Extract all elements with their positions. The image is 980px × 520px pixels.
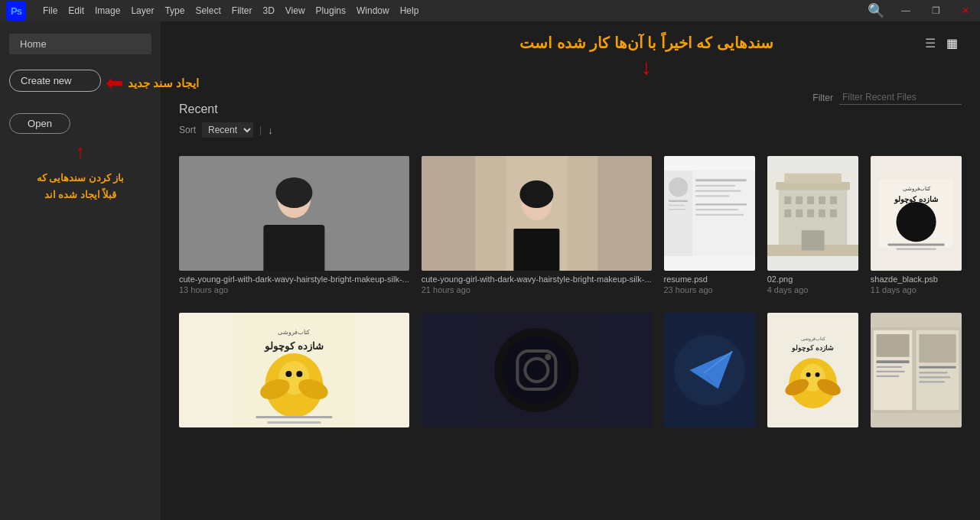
svg-point-73 — [806, 372, 810, 377]
svg-text:شازده کوچولو: شازده کوچولو — [791, 344, 833, 353]
menu-filter[interactable]: Filter — [227, 4, 257, 18]
svg-rect-12 — [695, 185, 734, 187]
file-name: cute-young-girl-with-dark-wavy-hairstyle… — [179, 275, 409, 284]
list-item[interactable]: کتاب‌فروشی شازده کوچولو — [179, 313, 409, 433]
svg-rect-85 — [919, 334, 956, 362]
open-annotation-line1: باز کردن سندهایی که — [37, 172, 125, 184]
list-item[interactable] — [871, 313, 962, 433]
list-item[interactable]: 02.png 4 days ago — [767, 156, 858, 294]
svg-point-59 — [502, 336, 571, 405]
main-layout: Home Create new ⬅ ایجاد سند جدید Open ↑ … — [0, 21, 980, 520]
menu-type[interactable]: Type — [160, 4, 189, 18]
menu-bar: File Edit Image Layer Type Select Filter… — [38, 4, 423, 18]
thumbnail-image — [422, 313, 652, 427]
svg-rect-37 — [784, 174, 841, 184]
thumbnail-image — [179, 156, 409, 271]
svg-rect-26 — [796, 197, 803, 204]
svg-point-62 — [545, 354, 551, 360]
menu-plugins[interactable]: Plugins — [311, 4, 350, 18]
menu-help[interactable]: Help — [396, 4, 424, 18]
thumbnail-image — [664, 313, 755, 427]
svg-rect-19 — [668, 200, 687, 202]
filter-input[interactable] — [839, 90, 962, 105]
thumbnail-preview — [422, 156, 652, 271]
thumbnail-image — [871, 313, 962, 427]
filter-label: Filter — [812, 93, 833, 103]
list-view-button[interactable]: ☰ — [921, 34, 939, 53]
close-button[interactable]: ✕ — [957, 4, 974, 18]
sort-select[interactable]: Recent — [202, 122, 253, 138]
create-new-area: Create new ⬅ ایجاد سند جدید — [9, 70, 151, 92]
sort-area: Sort Recent | ↓ — [179, 122, 962, 138]
svg-text:کتاب‌فروشی: کتاب‌فروشی — [800, 336, 825, 342]
list-item[interactable]: کتاب‌فروشی شازده کوچولو — [767, 313, 858, 433]
grid-view-button[interactable]: ▦ — [943, 34, 962, 53]
thumbnail-image: کتاب‌فروشی شازده کوچولو — [767, 313, 858, 427]
thumbnail-preview: کتاب‌فروشی شازده کوچولو — [179, 313, 409, 427]
home-button[interactable]: Home — [9, 34, 151, 54]
open-button[interactable]: Open — [9, 113, 70, 134]
menu-file[interactable]: File — [38, 4, 62, 18]
minimize-button[interactable]: — — [897, 4, 915, 18]
svg-rect-45 — [896, 248, 936, 249]
svg-rect-35 — [801, 230, 824, 250]
svg-rect-30 — [784, 210, 791, 217]
thumbnail-image — [767, 156, 858, 271]
svg-rect-14 — [695, 195, 729, 197]
svg-point-3 — [275, 177, 312, 208]
svg-rect-88 — [919, 376, 950, 378]
menu-edit[interactable]: Edit — [63, 4, 89, 18]
file-name: cute-young-girl-with-dark-wavy-hairstyle… — [422, 275, 652, 284]
view-controls: ☰ ▦ — [921, 34, 962, 53]
svg-rect-31 — [796, 210, 803, 217]
sort-label: Sort — [179, 125, 196, 135]
svg-rect-84 — [876, 375, 899, 377]
svg-rect-17 — [695, 214, 743, 216]
list-item[interactable] — [422, 313, 652, 433]
svg-rect-87 — [919, 372, 947, 373]
sort-divider: | — [259, 125, 262, 135]
svg-point-8 — [519, 180, 553, 208]
svg-point-52 — [296, 371, 302, 377]
svg-text:کتاب‌فروشی: کتاب‌فروشی — [902, 185, 930, 192]
recent-section: Recent Sort Recent | ↓ — [179, 102, 962, 138]
menu-3d[interactable]: 3D — [258, 4, 278, 18]
svg-point-43 — [902, 206, 930, 238]
svg-rect-21 — [668, 209, 685, 210]
svg-rect-33 — [819, 210, 825, 217]
svg-text:شازده کوچولو: شازده کوچولو — [264, 340, 323, 353]
menu-layer[interactable]: Layer — [126, 4, 158, 18]
list-item[interactable]: cute-young-girl-with-dark-wavy-hairstyle… — [179, 156, 409, 294]
list-item[interactable] — [664, 313, 755, 433]
down-arrow-icon: ↓ — [519, 55, 773, 80]
thumbnail-preview — [664, 313, 755, 427]
sort-direction-button[interactable]: ↓ — [268, 125, 273, 136]
maximize-button[interactable]: ❐ — [927, 4, 945, 18]
red-arrow-up-icon: ↑ — [76, 140, 86, 163]
svg-rect-20 — [668, 205, 684, 206]
svg-rect-13 — [695, 190, 741, 191]
menu-view[interactable]: View — [281, 4, 310, 18]
thumbnail-preview: کتاب‌فروشی شازده کوچولو — [767, 313, 858, 427]
svg-rect-18 — [668, 177, 687, 197]
red-arrow-right-icon: ⬅ — [106, 73, 123, 94]
svg-rect-83 — [876, 371, 904, 372]
open-annotation: باز کردن سندهایی که قبلاً ایجاد شده اند — [9, 170, 151, 203]
svg-point-51 — [285, 371, 291, 377]
open-area: Open ↑ باز کردن سندهایی که قبلاً ایجاد ش… — [9, 113, 151, 203]
menu-select[interactable]: Select — [190, 4, 225, 18]
sidebar: Home Create new ⬅ ایجاد سند جدید Open ↑ … — [0, 21, 161, 520]
svg-rect-27 — [807, 197, 814, 204]
list-item[interactable]: کتاب‌فروشی شازده کوچولو shazde_black.psb… — [871, 156, 962, 294]
search-icon[interactable]: 🔍 — [868, 2, 884, 19]
menu-image[interactable]: Image — [90, 4, 125, 18]
menu-window[interactable]: Window — [352, 4, 394, 18]
svg-rect-25 — [784, 197, 791, 204]
create-new-button[interactable]: Create new — [9, 70, 101, 92]
file-name: resume.psd — [664, 275, 755, 284]
list-item[interactable]: resume.psd 23 hours ago — [664, 156, 755, 294]
thumbnail-preview — [422, 313, 652, 427]
svg-rect-89 — [919, 381, 945, 382]
thumbnail-preview — [179, 156, 409, 271]
list-item[interactable]: cute-young-girl-with-dark-wavy-hairstyle… — [422, 156, 652, 294]
